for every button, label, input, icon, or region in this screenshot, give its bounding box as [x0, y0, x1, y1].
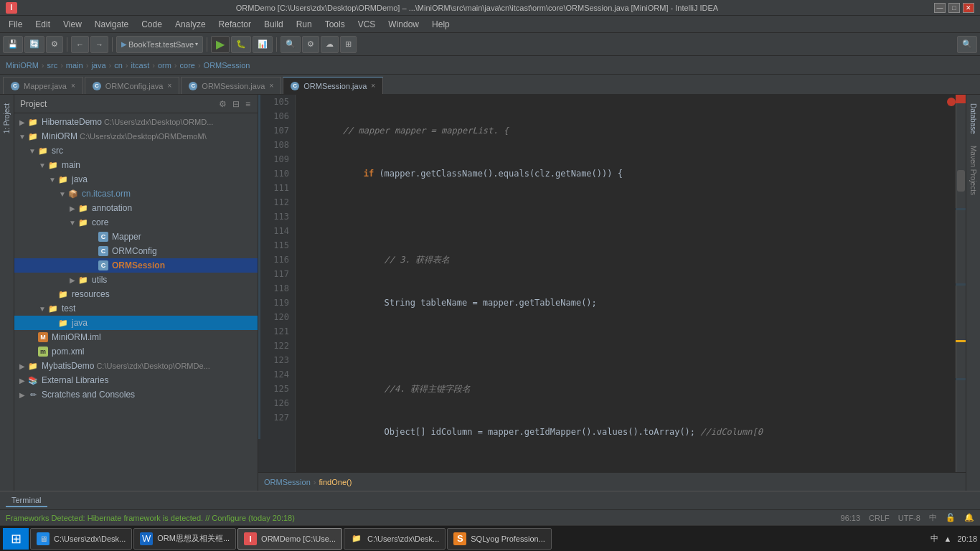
taskbar-tray-icon[interactable]: ▲ [944, 534, 952, 543]
tab-ormconfig[interactable]: C ORMConfig.java × [85, 77, 180, 94]
toolbar-icon1[interactable]: 💾 [3, 36, 23, 53]
project-tab[interactable]: 1: Project [0, 98, 14, 139]
separator-2 [112, 37, 113, 52]
java-icon-mapper: C [98, 231, 109, 242]
close-button[interactable]: ✕ [963, 3, 974, 13]
tree-item-utils[interactable]: ▶ 📁 utils [14, 273, 258, 287]
menu-build[interactable]: Build [258, 18, 289, 31]
nav-java[interactable]: java [91, 61, 105, 70]
breadcrumb-ormsession[interactable]: ORMSession [264, 478, 311, 486]
toolbar-back[interactable]: ← [71, 36, 89, 53]
tree-item-extlibs[interactable]: ▶ 📚 External Libraries [14, 373, 258, 387]
nav-miniorm[interactable]: MiniORM [6, 61, 39, 70]
tab-mapper[interactable]: C Mapper.java × [3, 77, 83, 94]
scroll-markers [956, 95, 966, 472]
run-button[interactable]: ▶ [211, 36, 230, 53]
tree-item-ormsession-file[interactable]: ▶ C ORMSession [14, 258, 258, 273]
toolbar-terminal[interactable]: ⊞ [340, 36, 357, 53]
tree-item-miniorm[interactable]: ▼ 📁 MiniORM C:\Users\zdx\Desktop\ORMDemo… [14, 129, 258, 143]
tree-item-hibernate[interactable]: ▶ 📁 HibernateDemo C:\Users\zdx\Desktop\O… [14, 115, 258, 129]
tab-ormsession2[interactable]: C ORMSession.java × [283, 77, 383, 94]
app-logo: I [6, 2, 17, 14]
nav-itcast[interactable]: itcast [131, 61, 150, 70]
debug-button[interactable]: 🐛 [231, 36, 251, 53]
tree-item-annotation[interactable]: ▶ 📁 annotation [14, 201, 258, 215]
toolbar-vcs[interactable]: ☁ [321, 36, 339, 53]
taskbar-explorer[interactable]: 📁 C:\Users\zdx\Desk... [344, 528, 446, 550]
encoding[interactable]: UTF-8 [898, 514, 920, 522]
tree-item-test[interactable]: ▼ 📁 test [14, 301, 258, 316]
menu-code[interactable]: Code [136, 18, 168, 31]
toolbar-icon3[interactable]: ⚙ [46, 36, 63, 53]
taskbar-time: 20:18 [957, 534, 977, 543]
maximize-button[interactable]: □ [948, 3, 960, 13]
tree-item-main[interactable]: ▼ 📁 main [14, 158, 258, 172]
tree-item-pom[interactable]: ▶ m pom.xml [14, 344, 258, 359]
toolbar: 💾 🔄 ⚙ ← → ▶ BookTest.testSave ▾ ▶ 🐛 📊 🔍 … [0, 33, 980, 56]
nav-orm[interactable]: orm [158, 61, 171, 70]
toolbar-sync[interactable]: 🔄 [24, 36, 44, 53]
framework-message[interactable]: Frameworks Detected: Hibernate framework… [6, 514, 295, 522]
tree-item-scratches[interactable]: ▶ ✏ Scratches and Consoles [14, 387, 258, 402]
taskbar: ⊞ 🖥 C:\Users\zdx\Desk... W ORM思想及相关框... … [0, 525, 980, 551]
taskbar-orm-thoughts[interactable]: W ORM思想及相关框... [133, 528, 236, 550]
code-text[interactable]: // mapper mapper = mapperList. { if (map… [296, 95, 956, 472]
tab-ormsession2-close[interactable]: × [371, 82, 375, 90]
menu-navigate[interactable]: Navigate [89, 18, 134, 31]
menu-help[interactable]: Help [426, 18, 456, 31]
menu-edit[interactable]: Edit [29, 18, 56, 31]
run-config-dropdown[interactable]: ▶ BookTest.testSave ▾ [116, 36, 203, 53]
toolbar-forward[interactable]: → [90, 36, 108, 53]
panel-collapse-icon[interactable]: ⊟ [231, 98, 241, 110]
nav-main[interactable]: main [66, 61, 83, 70]
scrollbar-thumb[interactable] [957, 170, 965, 192]
menu-run[interactable]: Run [291, 18, 318, 31]
tree-item-ormconfig-file[interactable]: ▶ C ORMConfig [14, 244, 258, 258]
nav-ormsession[interactable]: ORMSession [204, 61, 250, 70]
taskbar-lang: 中 [930, 533, 938, 544]
tab-ormsession1[interactable]: C ORMSession.java × [181, 77, 281, 94]
tree-item-miniorm-iml[interactable]: ▶ M MiniORM.iml [14, 330, 258, 344]
nav-core[interactable]: core [180, 61, 195, 70]
search-everywhere[interactable]: 🔍 [957, 36, 977, 53]
window-controls[interactable]: — □ ✕ [934, 3, 974, 13]
toolbar-find[interactable]: 🔍 [281, 36, 301, 53]
menu-vcs[interactable]: VCS [352, 18, 382, 31]
tree-item-mapper[interactable]: ▶ C Mapper [14, 230, 258, 244]
panel-gear-icon[interactable]: ⚙ [217, 98, 228, 110]
tree-item-core[interactable]: ▼ 📁 core [14, 215, 258, 230]
start-button[interactable]: ⊞ [3, 528, 29, 550]
tree-item-java[interactable]: ▼ 📁 java [14, 172, 258, 187]
menu-refactor[interactable]: Refactor [213, 18, 257, 31]
toolbar-settings[interactable]: ⚙ [302, 36, 319, 53]
tab-ormsession1-close[interactable]: × [269, 82, 273, 90]
run-with-coverage[interactable]: 📊 [253, 36, 273, 53]
line-ending[interactable]: CRLF [869, 514, 890, 522]
panel-settings-icon[interactable]: ≡ [244, 98, 252, 110]
tree-item-testjava[interactable]: ▶ 📁 java [14, 316, 258, 330]
menu-analyze[interactable]: Analyze [169, 18, 212, 31]
menu-view[interactable]: View [57, 18, 88, 31]
minimize-button[interactable]: — [934, 3, 946, 13]
taskbar-thoughts-label: ORM思想及相关框... [157, 533, 230, 544]
maven-tab[interactable]: Maven Projects [966, 140, 980, 201]
taskbar-desktop[interactable]: 🖥 C:\Users\zdx\Desk... [30, 528, 132, 550]
breadcrumb-findone[interactable]: findOne() [319, 478, 352, 486]
nav-cn[interactable]: cn [114, 61, 123, 70]
menu-window[interactable]: Window [382, 18, 425, 31]
database-tab[interactable]: Database [966, 98, 980, 140]
tree-item-src[interactable]: ▼ 📁 src [14, 143, 258, 158]
nav-src[interactable]: src [47, 61, 58, 70]
tree-item-resources[interactable]: ▶ 📁 resources [14, 287, 258, 301]
terminal-tab[interactable]: Terminal [6, 494, 47, 507]
taskbar-intellij[interactable]: I ORMDemo [C:\Use... [237, 528, 342, 550]
tab-ormconfig-close[interactable]: × [167, 82, 171, 90]
tab-mapper-close[interactable]: × [71, 82, 75, 90]
notification-icon[interactable]: 🔔 [964, 513, 974, 522]
tree-item-package[interactable]: ▼ 📦 cn.itcast.orm [14, 187, 258, 201]
taskbar-sqlyog-label: SQLyog Profession... [471, 534, 545, 543]
taskbar-sqlyog[interactable]: S SQLyog Profession... [447, 528, 552, 550]
tree-item-mybatisdemo[interactable]: ▶ 📁 MybatisDemo C:\Users\zdx\Desktop\ORM… [14, 359, 258, 373]
menu-tools[interactable]: Tools [319, 18, 351, 31]
menu-file[interactable]: File [3, 18, 28, 31]
